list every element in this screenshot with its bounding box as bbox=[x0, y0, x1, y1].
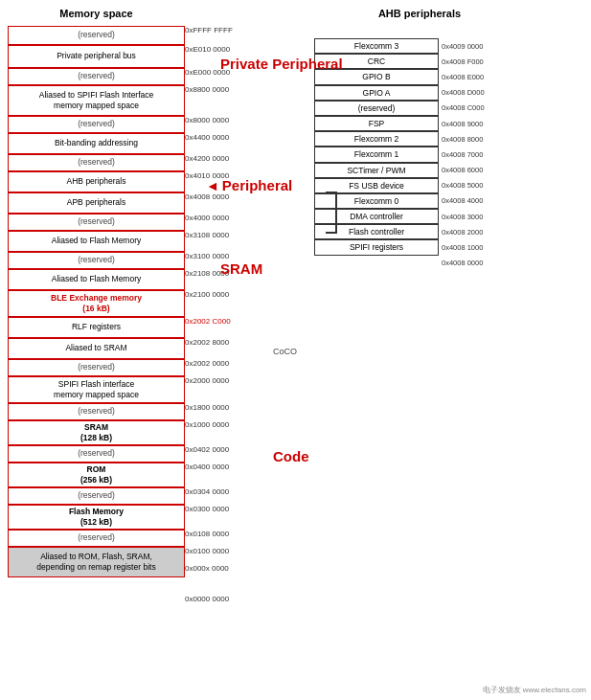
mem-row-bit-banding: Bit-banding addressing bbox=[8, 133, 185, 154]
ahb-row-flexcomm1: Flexcomm 1 0x4008 7000 bbox=[314, 147, 525, 162]
ahb-addr-flexcomm0: 0x4008 4000 bbox=[442, 196, 483, 205]
mem-row-aliased-spifi: Aliased to SPIFI Flash Interfacememory m… bbox=[8, 85, 185, 116]
addr-2002-c000: 0x2002 C000 bbox=[185, 317, 295, 338]
ahb-addr-reserved: 0x4008 C000 bbox=[442, 103, 485, 112]
label-private-peripheral: Private Peripheral bbox=[220, 56, 343, 72]
page-container: Memory space (reserved) Private peripher… bbox=[0, 0, 591, 614]
ahb-addr-flexcomm1: 0x4008 7000 bbox=[442, 150, 483, 159]
ahb-row-fsp: FSP 0x4008 9000 bbox=[314, 116, 525, 131]
addr-ffff-ffff: 0xFFFF FFFF bbox=[185, 26, 295, 45]
mem-row-reserved-2: (reserved) bbox=[8, 68, 185, 85]
mem-row-rom: ROM(256 kB) bbox=[8, 463, 185, 487]
ahb-row-flexcomm0: Flexcomm 0 0x4008 4000 bbox=[314, 193, 525, 209]
ahb-addr-gpiob: 0x4008 E000 bbox=[442, 73, 484, 81]
ahb-cell-fsp: FSP bbox=[314, 116, 439, 131]
mem-row-sram: SRAM(128 kB) bbox=[8, 420, 185, 445]
ahb-addr-fsusb: 0x4008 5000 bbox=[442, 181, 483, 190]
watermark: 电子发烧友 www.elecfans.com bbox=[483, 685, 586, 695]
mem-row-aliased-sram: Aliased to SRAM bbox=[8, 338, 185, 359]
mem-row-reserved-7: (reserved) bbox=[8, 359, 185, 376]
mem-row-reserved-8: (reserved) bbox=[8, 403, 185, 420]
addr-1000-0000: 0x1000 0000 bbox=[185, 420, 295, 445]
label-sram: SRAM bbox=[220, 260, 262, 277]
ahb-rows: Flexcomm 3 0x4009 0000 CRC 0x4008 F000 G… bbox=[314, 38, 525, 271]
mem-row-reserved-5: (reserved) bbox=[8, 214, 185, 231]
ahb-row-flash-ctrl: Flash controller 0x4008 2000 bbox=[314, 224, 525, 239]
memory-rows: (reserved) Private peripheral bus (reser… bbox=[8, 26, 185, 577]
ahb-row-sctimer: SCTimer / PWM 0x4008 6000 bbox=[314, 163, 525, 178]
ahb-row-crc: CRC 0x4008 F000 bbox=[314, 54, 525, 69]
ahb-title: AHB peripherals bbox=[314, 8, 525, 23]
ahb-row-flexcomm2: Flexcomm 2 0x4008 8000 bbox=[314, 131, 525, 147]
ahb-addr-dma: 0x4008 3000 bbox=[442, 213, 483, 221]
mem-row-reserved-11: (reserved) bbox=[8, 530, 185, 547]
ahb-cell-reserved: (reserved) bbox=[314, 101, 439, 116]
addr-4000-0000: 0x4000 0000 bbox=[185, 214, 295, 231]
mem-row-aliased-remap: Aliased to ROM, Flash, SRAM,depending on… bbox=[8, 547, 185, 577]
ahb-addr-sctimer: 0x4008 6000 bbox=[442, 166, 483, 174]
label-peripheral-container: ◄ Peripheral bbox=[206, 177, 292, 193]
ahb-addr-crc: 0x4008 F000 bbox=[442, 57, 484, 66]
mem-row-reserved-1: (reserved) bbox=[8, 26, 185, 45]
ahb-cell-sctimer: SCTimer / PWM bbox=[314, 163, 439, 178]
addr-2100-0000: 0x2100 0000 bbox=[185, 290, 295, 317]
mem-row-ahb-peripherals: AHB peripherals bbox=[8, 171, 185, 192]
mem-row-flash-memory: Flash Memory(512 kB) bbox=[8, 505, 185, 530]
label-coco: CoCO bbox=[273, 347, 297, 356]
addr-0304-0000: 0x0304 0000 bbox=[185, 487, 295, 505]
mem-row-spifi-flash-interface: SPIFI Flash interfacememory mapped space bbox=[8, 376, 185, 403]
ahb-cell-flexcomm3: Flexcomm 3 bbox=[314, 38, 439, 54]
mem-row-ble-exchange: BLE Exchange memory(16 kB) bbox=[8, 290, 185, 317]
mem-row-reserved-6: (reserved) bbox=[8, 252, 185, 269]
addr-000x-0000: 0x000x 0000 bbox=[185, 564, 295, 595]
addr-8800-0000: 0x8800 0000 bbox=[185, 85, 295, 116]
mem-row-rlf-registers: RLF registers bbox=[8, 317, 185, 338]
ahb-row-fsusb: FS USB device 0x4008 5000 bbox=[314, 178, 525, 193]
mem-row-reserved-10: (reserved) bbox=[8, 487, 185, 505]
addr-2002-0000: 0x2002 0000 bbox=[185, 359, 295, 376]
ahb-cell-spifi-reg: SPIFI registers bbox=[314, 239, 439, 255]
addr-8000-0000: 0x8000 0000 bbox=[185, 116, 295, 133]
addr-0100-0000: 0x0100 0000 bbox=[185, 547, 295, 564]
addr-4200-0000: 0x4200 0000 bbox=[185, 154, 295, 171]
addr-0300-0000: 0x0300 0000 bbox=[185, 505, 295, 530]
ahb-addr-gpioa: 0x4008 D000 bbox=[442, 88, 485, 97]
label-peripheral: Peripheral bbox=[222, 177, 292, 193]
ahb-addr-flexcomm3: 0x4009 0000 bbox=[442, 42, 483, 51]
arrow-left-icon: ◄ bbox=[206, 178, 219, 193]
ahb-row-reserved-ahb: (reserved) 0x4008 C000 bbox=[314, 101, 525, 116]
ahb-row-gpioa: GPIO A 0x4008 D000 bbox=[314, 85, 525, 101]
ahb-addr-flexcomm2: 0x4008 8000 bbox=[442, 135, 483, 144]
ahb-addr-fsp: 0x4008 9000 bbox=[442, 120, 483, 128]
ahb-row-spifi-reg: SPIFI registers 0x4008 1000 bbox=[314, 239, 525, 255]
mem-row-reserved-4: (reserved) bbox=[8, 154, 185, 171]
memory-space-title: Memory space bbox=[8, 8, 185, 23]
address-panel: 0xFFFF FFFF 0xE010 0000 0xE000 0000 0x88… bbox=[185, 8, 295, 595]
mem-row-aliased-flash-2: Aliased to Flash Memory bbox=[8, 269, 185, 290]
addr-2000-0000: 0x2000 0000 bbox=[185, 376, 295, 403]
ahb-row-flexcomm3: Flexcomm 3 0x4009 0000 bbox=[314, 38, 525, 54]
addr-0400-0000: 0x0400 0000 bbox=[185, 463, 295, 487]
label-code: Code bbox=[273, 448, 309, 464]
ahb-panel: AHB peripherals Flexcomm 3 0x4009 0000 C… bbox=[314, 8, 525, 595]
addr-3108-0000: 0x3108 0000 bbox=[185, 231, 295, 252]
mem-row-apb-peripherals: APB peripherals bbox=[8, 192, 185, 214]
ahb-addr-spifi-reg: 0x4008 1000 bbox=[442, 243, 483, 252]
ahb-cell-flexcomm2: Flexcomm 2 bbox=[314, 131, 439, 147]
ahb-cell-gpioa: GPIO A bbox=[314, 85, 439, 101]
ahb-row-gpiob: GPIO B 0x4008 E000 bbox=[314, 69, 525, 84]
peripherals-brace bbox=[326, 192, 337, 234]
mem-row-reserved-9: (reserved) bbox=[8, 445, 185, 463]
addr-1800-0000: 0x1800 0000 bbox=[185, 403, 295, 420]
addr-4400-0000: 0x4400 0000 bbox=[185, 133, 295, 154]
ahb-row-bottom: 0x4008 0000 bbox=[314, 256, 525, 271]
addr-0108-0000: 0x0108 0000 bbox=[185, 530, 295, 547]
addr-4008-0000-top: 0x4008 0000 bbox=[185, 192, 295, 214]
mem-row-private-peripheral-bus: Private peripheral bus bbox=[8, 45, 185, 68]
mem-row-reserved-3: (reserved) bbox=[8, 116, 185, 133]
ahb-addr-bottom: 0x4008 0000 bbox=[442, 259, 483, 267]
memory-space-panel: Memory space (reserved) Private peripher… bbox=[8, 8, 185, 595]
ahb-addr-flash-ctrl: 0x4008 2000 bbox=[442, 228, 483, 237]
ahb-cell-flexcomm1: Flexcomm 1 bbox=[314, 147, 439, 162]
ahb-row-dma: DMA controller 0x4008 3000 bbox=[314, 209, 525, 224]
